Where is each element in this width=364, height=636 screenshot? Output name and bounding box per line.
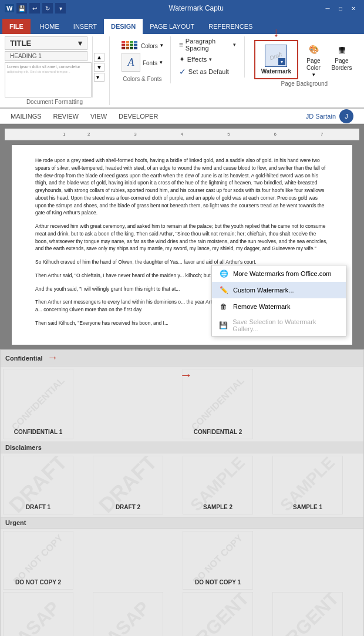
user-info: JD Sartain J — [300, 107, 359, 126]
gallery-item-draft2[interactable]: DRAFT DRAFT 2 — [93, 456, 163, 514]
themes-label: Document Formatting — [5, 99, 105, 105]
ribbon-tabs: FILE HOME INSERT DESIGN PAGE LAYOUT REFE… — [0, 16, 364, 34]
gallery-more[interactable]: ▾ — [94, 73, 105, 82]
gallery-item-confidential1[interactable]: CONFIDENTIAL CONFIDENTIAL 1 — [3, 369, 73, 439]
user-avatar: J — [339, 109, 353, 123]
urgent-asap-grid: ASAP ASAP 1 ASAP ASAP 2 URGENT URGENT 2 … — [1, 590, 363, 636]
style-heading1[interactable]: HEADING 1 — [5, 51, 87, 61]
word-icon: W — [5, 4, 14, 12]
save-icon[interactable]: 💾 — [16, 3, 27, 14]
document-area: 1 2 3 4 5 6 7 He rode upon a grey steed … — [0, 124, 364, 349]
colors-button[interactable]: Colors ▾ — [119, 40, 166, 51]
gallery-item-confidential2[interactable]: CONFIDENTIAL CONFIDENTIAL 2 — [183, 369, 253, 439]
title-bar: W 💾 ↩ ↻ ▾ Watermark Captu ─ □ ✕ — [0, 0, 364, 16]
tab-view[interactable]: VIEW — [85, 110, 113, 122]
page-background-group: ↓ Draft ▾ Watermark 🎨 PageColor ▾ ▦ — [250, 36, 359, 89]
style-thumbnail: Lorem ipsum dolor sit amet, consectetur … — [5, 62, 92, 97]
tab-mailings[interactable]: MAILINGS — [5, 110, 48, 122]
tab-review[interactable]: REVIEW — [48, 110, 85, 122]
watermark-dropdown-menu: 🌐 More Watermarks from Office.com ✏️ Cus… — [211, 265, 346, 336]
confidential-section-label: Confidential → — [1, 350, 363, 366]
disclaimers-grid: DRAFT DRAFT 1 DRAFT DRAFT 2 SAMPLE SAMPL… — [1, 453, 363, 517]
gallery-item-sample1[interactable]: SAMPLE SAMPLE 1 — [272, 456, 343, 514]
gallery-item-sample2[interactable]: SAMPLE SAMPLE 2 — [183, 456, 253, 514]
watermark-down-arrow: ↓ — [273, 25, 279, 40]
page-color-button[interactable]: 🎨 PageColor ▾ — [301, 40, 326, 79]
customize-icon[interactable]: ▾ — [55, 3, 66, 14]
watermark-icon: Draft ▾ — [265, 45, 287, 67]
watermark-button-highlight: ↓ Draft ▾ Watermark — [254, 40, 298, 79]
quick-access-toolbar: 💾 ↩ ↻ ▾ — [16, 3, 66, 14]
confidential-arrow: → — [48, 352, 58, 364]
urgent-section-label: Urgent — [1, 517, 363, 529]
tab-developer[interactable]: DEVELOPER — [113, 110, 164, 122]
gallery-down[interactable]: ▼ — [94, 63, 105, 72]
globe-icon: 🌐 — [219, 269, 228, 278]
paragraph-spacing-button[interactable]: ≡ Paragraph Spacing ▾ — [176, 36, 240, 53]
page-borders-button[interactable]: ▦ PageBorders — [329, 40, 355, 73]
gallery-nav: ▲ ▼ ▾ — [94, 36, 105, 97]
gallery-up[interactable]: ▲ — [94, 53, 105, 62]
disclaimers-section-label: Disclaimers — [1, 442, 363, 453]
watermark-gallery: Confidential → CONFIDENTIAL CONFIDENTIAL… — [0, 349, 364, 636]
document-format-group: ≡ Paragraph Spacing ▾ ✦ Effects ▾ ✓ Set … — [176, 36, 245, 78]
menu-more-watermarks[interactable]: 🌐 More Watermarks from Office.com — [212, 265, 346, 282]
window-title: Watermark Captu — [70, 4, 322, 12]
ruler: 1 2 3 4 5 6 7 — [5, 129, 359, 140]
close-btn[interactable]: ✕ — [348, 4, 359, 13]
doc-para-2: Arthur received him with great ceremony,… — [35, 223, 329, 253]
style-title[interactable]: TITLE ▾ — [5, 36, 87, 50]
effects-button[interactable]: ✦ Effects ▾ — [176, 54, 240, 65]
paragraph-spacing-icon: ≡ — [179, 41, 183, 49]
doc-para-1: He rode upon a grey steed with shell-for… — [35, 157, 329, 217]
ribbon-tabs2: MAILINGS REVIEW VIEW DEVELOPER JD Sartai… — [0, 109, 364, 124]
menu-remove-watermark[interactable]: 🗑 Remove Watermark — [212, 298, 346, 315]
style-gallery: TITLE ▾ HEADING 1 Lorem ipsum dolor sit … — [5, 36, 93, 97]
menu-custom-watermark[interactable]: ✏️ Custom Watermark... — [212, 282, 346, 298]
delete-icon: 🗑 — [219, 302, 228, 311]
page-borders-icon: ▦ — [333, 41, 350, 58]
redo-icon[interactable]: ↻ — [42, 3, 53, 14]
tab-pagelayout[interactable]: PAGE LAYOUT — [143, 19, 201, 34]
gallery-item-asap2[interactable]: ASAP ASAP 2 — [93, 592, 163, 636]
menu-save-selection: 💾 Save Selection to Watermark Gallery... — [212, 315, 346, 336]
gallery-item-donotcopy2[interactable]: DO NOT COPY DO NOT COPY 2 — [3, 531, 73, 590]
edit-icon: ✏️ — [219, 285, 228, 295]
fonts-icon: A — [122, 53, 140, 72]
checkmark-icon: ✓ — [179, 67, 186, 76]
tab-file[interactable]: FILE — [2, 19, 31, 34]
page-color-icon: 🎨 — [305, 41, 322, 58]
colors-fonts-group: Colors ▾ A Fonts ▾ Colors & Fonts — [114, 36, 171, 83]
gallery-item-urgent1[interactable]: ↓ URGENT URGENT 1 — [272, 592, 343, 636]
gallery-item-draft1[interactable]: DRAFT DRAFT 1 — [3, 456, 73, 514]
gallery-item-donotcopy1[interactable]: DO NOT COPY DO NOT COPY 1 — [183, 531, 253, 590]
colors-swatch — [122, 41, 137, 49]
watermark-button[interactable]: Draft ▾ Watermark — [257, 42, 296, 77]
window-controls: ─ □ ✕ — [322, 4, 359, 13]
maximize-btn[interactable]: □ — [335, 4, 346, 13]
save-gallery-icon: 💾 — [219, 321, 228, 330]
undo-icon[interactable]: ↩ — [29, 3, 40, 14]
right-arrow: → — [180, 368, 193, 383]
set-default-button[interactable]: ✓ Set as Default — [176, 66, 240, 78]
do-not-copy-grid: Urgent DO NOT COPY DO NOT COPY 2 DO NOT … — [1, 529, 363, 590]
effects-icon: ✦ — [179, 55, 185, 63]
tab-home[interactable]: HOME — [33, 19, 66, 34]
tab-design[interactable]: DESIGN — [104, 19, 143, 34]
ribbon-content: TITLE ▾ HEADING 1 Lorem ipsum dolor sit … — [0, 34, 364, 109]
style-gallery-group: TITLE ▾ HEADING 1 Lorem ipsum dolor sit … — [5, 36, 110, 105]
minimize-btn[interactable]: ─ — [322, 4, 333, 13]
gallery-item-urgent2[interactable]: URGENT URGENT 2 — [183, 592, 253, 636]
tab-insert[interactable]: INSERT — [66, 19, 104, 34]
tab-references[interactable]: REFERENCES — [201, 19, 259, 34]
gallery-item-asap1[interactable]: ASAP ASAP 1 — [3, 592, 73, 636]
fonts-button[interactable]: A Fonts ▾ — [119, 52, 165, 73]
